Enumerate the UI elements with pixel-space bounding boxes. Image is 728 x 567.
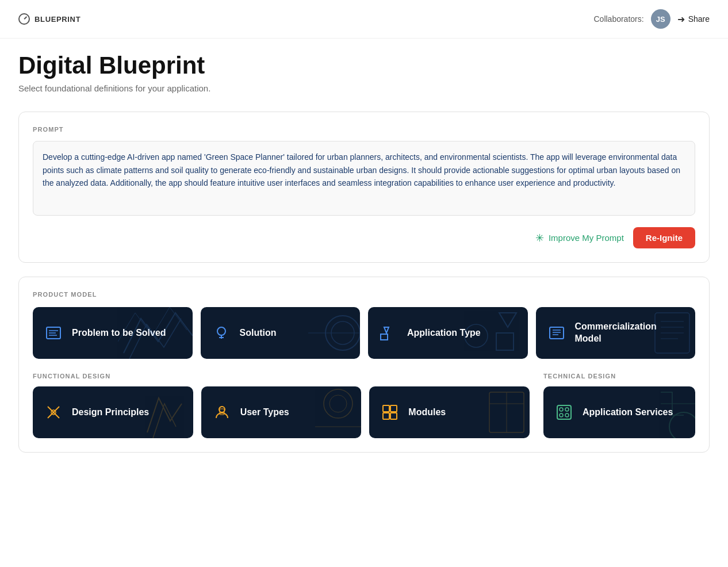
svg-point-44	[560, 413, 563, 417]
svg-rect-20	[550, 327, 564, 339]
prompt-actions: ✳ Improve My Prompt Re-Ignite	[33, 227, 695, 248]
card-design-principles[interactable]: Design Principles	[33, 386, 193, 438]
card-modules[interactable]: Modules	[369, 386, 530, 438]
svg-point-42	[560, 408, 563, 411]
sparkle-icon: ✳	[535, 232, 544, 244]
card-commercialization[interactable]: Commercialization Model	[536, 307, 696, 359]
user-types-icon	[212, 402, 232, 423]
app-type-label: Application Type	[407, 327, 481, 339]
svg-point-7	[217, 327, 225, 335]
app-type-icon	[378, 323, 399, 343]
product-model-label: PRODUCT MODEL	[33, 291, 695, 298]
app-services-label: Application Services	[583, 407, 673, 419]
svg-rect-14	[381, 334, 388, 340]
solution-label: Solution	[240, 327, 277, 339]
commercialization-label: Commercialization Model	[575, 321, 685, 345]
user-types-label: User Types	[240, 407, 289, 419]
reignite-button[interactable]: Re-Ignite	[633, 227, 695, 248]
nav-right: Collaborators: JS ➜ Share	[593, 9, 710, 29]
svg-rect-35	[383, 405, 389, 412]
svg-point-39	[669, 412, 695, 438]
solution-icon	[211, 323, 232, 343]
design-principles-icon	[43, 402, 64, 423]
page-subtitle: Select foundational definitions for your…	[18, 83, 710, 93]
commercialization-icon	[546, 323, 567, 343]
share-arrow-icon: ➜	[677, 14, 685, 25]
prompt-section: PROMPT Develop a cutting-edge AI-driven …	[18, 112, 710, 263]
card-problem[interactable]: Problem to be Solved	[33, 307, 193, 359]
prompt-textarea[interactable]: Develop a cutting-edge AI-driven app nam…	[33, 141, 695, 216]
top-nav: BLUEPRINT Collaborators: JS ➜ Share	[0, 0, 728, 39]
problem-label: Problem to be Solved	[72, 327, 166, 339]
svg-rect-36	[390, 405, 397, 412]
problem-icon	[43, 323, 64, 343]
modules-label: Modules	[408, 407, 446, 419]
svg-rect-32	[489, 392, 524, 432]
svg-rect-11	[496, 333, 514, 350]
svg-marker-13	[384, 327, 389, 333]
share-button[interactable]: ➜ Share	[677, 14, 710, 25]
design-principles-card-label: Design Principles	[72, 407, 149, 419]
collaborators-label: Collaborators:	[593, 14, 643, 24]
card-app-services[interactable]: Application Services	[543, 386, 695, 438]
card-app-type[interactable]: Application Type	[368, 307, 528, 359]
model-section: PRODUCT MODEL Problem to be Solved	[18, 277, 710, 453]
blueprint-label: BLUEPRINT	[35, 15, 81, 24]
card-user-types[interactable]: User Types	[201, 386, 362, 438]
svg-point-45	[565, 413, 569, 417]
blueprint-brand: BLUEPRINT	[18, 13, 81, 25]
avatar: JS	[651, 9, 670, 29]
svg-marker-10	[499, 313, 516, 327]
technical-design-label: TECHNICAL DESIGN	[543, 373, 695, 380]
svg-rect-38	[390, 413, 397, 419]
page-header: Digital Blueprint Select foundational de…	[0, 39, 728, 102]
improve-my-prompt-label: Improve My Prompt	[549, 233, 624, 243]
svg-point-4	[325, 316, 360, 350]
svg-point-28	[329, 395, 347, 412]
blueprint-icon	[18, 13, 30, 25]
prompt-label: PROMPT	[33, 126, 695, 133]
product-model-cards: Problem to be Solved Solution	[33, 307, 695, 359]
functional-design-label: FUNCTIONAL DESIGN	[33, 373, 530, 380]
svg-point-27	[324, 389, 352, 418]
modules-icon	[380, 402, 400, 423]
card-solution[interactable]: Solution	[201, 307, 361, 359]
app-services-icon	[554, 402, 574, 423]
share-label: Share	[688, 14, 710, 24]
page-title: Digital Blueprint	[18, 52, 710, 79]
svg-point-43	[565, 408, 569, 411]
svg-point-5	[331, 321, 354, 344]
improve-my-prompt-button[interactable]: ✳ Improve My Prompt	[535, 232, 624, 244]
svg-rect-41	[557, 405, 571, 419]
svg-rect-37	[383, 413, 389, 419]
